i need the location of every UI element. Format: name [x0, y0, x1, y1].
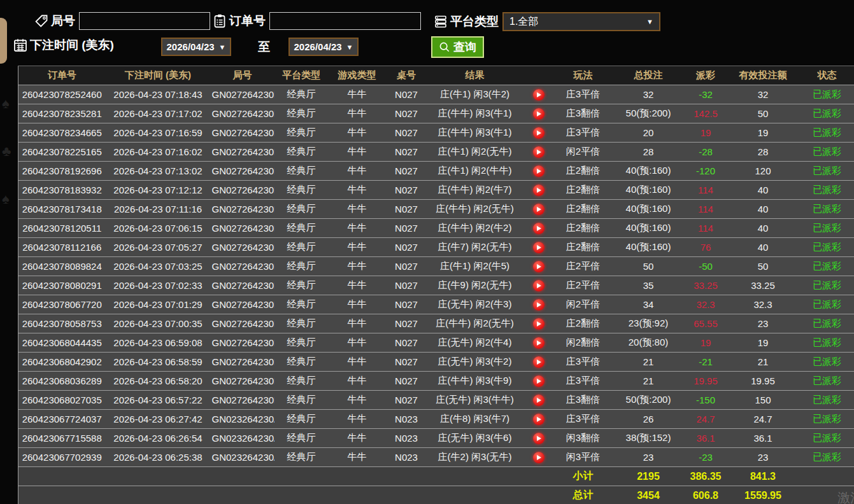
replay-button[interactable] [533, 356, 544, 368]
server-icon [433, 14, 448, 29]
replay-button[interactable] [533, 299, 544, 311]
cell-order: 260423068036289 [18, 372, 106, 391]
replay-button[interactable] [533, 375, 544, 387]
cell-table-no: N027 [386, 372, 427, 391]
column-header: 有效投注额 [727, 66, 800, 85]
column-header: 玩法 [555, 66, 612, 85]
replay-button[interactable] [533, 261, 544, 272]
grand-total-row: 总计3454606.81559.95 [18, 486, 854, 504]
play-icon [537, 379, 541, 384]
cell-round: GN027264230BR [211, 123, 274, 143]
replay-button[interactable] [533, 204, 544, 215]
cell-result: 庄(牛9) 闲2(无牛) [427, 276, 523, 295]
cell-order: 260423068044435 [18, 333, 106, 353]
cell-payout: 606.8 [685, 486, 727, 504]
cell-game-type: 牛牛 [329, 200, 386, 219]
cell-order: 260423068027035 [18, 391, 106, 410]
cell-round: GN027264230BC [211, 276, 274, 295]
clipboard-icon [212, 13, 227, 29]
cell-play-type: 庄2平倍 [555, 257, 612, 276]
cell-valid-bet: 841.3 [727, 467, 800, 486]
cell-game-type: 牛牛 [329, 181, 386, 200]
replay-button[interactable] [533, 223, 544, 234]
cell-game-type: 牛牛 [329, 391, 386, 410]
cell-play-type: 庄2翻倍 [555, 238, 612, 257]
replay-button[interactable] [533, 433, 544, 444]
cell-valid-bet: 32.3 [727, 295, 800, 314]
replay-button[interactable] [533, 337, 544, 349]
replay-button[interactable] [533, 108, 544, 120]
cell-round: GN027264230BM [211, 181, 274, 200]
cell-total-bet: 35 [612, 276, 685, 295]
cell-play-type: 闲2翻倍 [555, 333, 612, 353]
round-input[interactable] [79, 12, 210, 30]
replay-button[interactable] [533, 89, 544, 101]
cell-round: GN027264230B9 [211, 333, 274, 353]
cell-platform: 经典厅 [274, 143, 329, 162]
play-icon [537, 150, 541, 155]
cell-game-type: 牛牛 [329, 314, 386, 333]
order-label: 订单号 [229, 13, 266, 29]
cell-valid-bet: 33.25 [727, 276, 800, 295]
replay-button[interactable] [533, 146, 544, 158]
query-button[interactable]: 查询 [431, 36, 484, 58]
cell-valid-bet: 40 [727, 219, 800, 238]
cell-round: GN027264230BT [211, 85, 274, 104]
cell-game-type: 牛牛 [329, 123, 386, 143]
cell-payout: 114 [685, 200, 727, 219]
replay-button[interactable] [533, 185, 544, 196]
cell-result: 庄(牛牛) 闲2(无牛) [427, 314, 523, 333]
table-row: 2604230781121662026-04-23 07:05:27GN0272… [18, 238, 854, 257]
order-input[interactable] [269, 12, 421, 30]
replay-button[interactable] [533, 127, 544, 139]
cell-order: 260423068042902 [18, 353, 106, 372]
cell-valid-bet: 40 [727, 181, 800, 200]
replay-button[interactable] [533, 414, 544, 425]
cell-round [211, 486, 274, 504]
cell-status [800, 467, 854, 486]
cell-table-no: N027 [386, 257, 427, 276]
cell-order: 260423067702939 [18, 448, 106, 467]
platform-select[interactable]: 1.全部 ▼ [502, 12, 660, 31]
cell-play-type: 庄2翻倍 [555, 200, 612, 219]
cell-bet-time: 2026-04-23 07:03:25 [106, 257, 211, 276]
cell-replay [523, 123, 555, 143]
column-header: 平台类型 [274, 66, 329, 85]
cell-game-type: 牛牛 [329, 85, 386, 104]
cell-order: 260423067724037 [18, 410, 106, 429]
replay-button[interactable] [533, 318, 544, 330]
replay-button[interactable] [533, 242, 544, 253]
cell-status: 已派彩 [800, 85, 854, 104]
cell-table-no: N027 [386, 333, 427, 353]
cell-round: GN027264230BF [211, 238, 274, 257]
cell-platform: 经典厅 [274, 391, 329, 410]
cell-replay [523, 257, 555, 276]
play-icon [537, 130, 541, 136]
summary-label: 小计 [555, 467, 612, 486]
caret-down-icon: ▼ [646, 18, 653, 25]
date-to-picker[interactable]: 2026/04/23 ▼ [288, 38, 359, 56]
column-header [523, 66, 555, 85]
cell-result: 庄(牛1) 闲2(牛5) [427, 257, 523, 276]
date-from-picker[interactable]: 2026/04/23 ▼ [161, 38, 231, 56]
cell-result: 庄(牛8) 闲3(牛7) [427, 410, 523, 429]
cell-result: 庄(牛牛) 闲3(牛1) [427, 123, 523, 143]
cell-payout: 65.55 [685, 314, 727, 333]
cell-status: 已派彩 [800, 353, 854, 372]
cell-bet-time: 2026-04-23 07:17:02 [106, 104, 211, 123]
replay-button[interactable] [533, 452, 544, 463]
cell-status: 已派彩 [800, 391, 854, 410]
platform-label: 平台类型 [450, 13, 499, 30]
replay-button[interactable] [533, 165, 544, 177]
replay-button[interactable] [533, 280, 544, 291]
cell-payout: 36.1 [685, 429, 727, 448]
cell-payout: 24.7 [685, 410, 727, 429]
cell-status: 已派彩 [800, 162, 854, 181]
cell-result: 庄(牛牛) 闲3(牛9) [427, 372, 523, 391]
cell-bet-time: 2026-04-23 07:18:43 [106, 85, 211, 104]
replay-button[interactable] [533, 395, 544, 406]
cell-valid-bet: 50 [727, 257, 800, 276]
cell-payout: 33.25 [685, 276, 727, 295]
cell-platform: 经典厅 [274, 219, 329, 238]
watermark-text: 激活 [837, 489, 854, 504]
